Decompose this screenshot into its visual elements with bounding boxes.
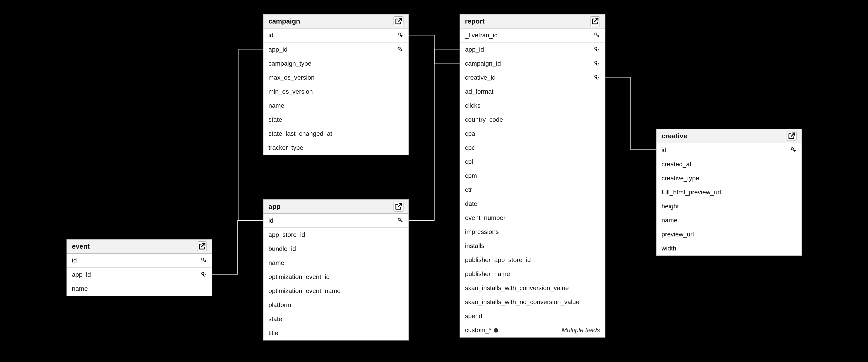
column-name: creative_id [465,74,496,81]
table-title: creative [661,132,687,140]
table-row: optimization_event_id [264,270,408,284]
table-title: campaign [269,18,300,25]
table-row: id [67,253,212,268]
column-name: publisher_name [465,270,510,278]
table-row: name [264,256,408,270]
column-name: min_os_version [269,88,313,95]
table-row: max_os_version [264,70,408,85]
column-name: max_os_version [269,74,315,81]
table-title: app [269,203,280,210]
column-name: id [269,217,273,224]
column-name: cpm [465,172,477,179]
column-name: name [269,259,284,267]
table-row: custom_*Multiple fields [460,323,605,337]
primary-key-icon [790,147,797,153]
primary-key-icon [397,217,403,224]
column-name: event_number [465,214,505,221]
column-name: name [72,285,88,292]
table-row: name [264,99,408,113]
table-row: app_store_id [264,228,408,242]
primary-key-icon [397,32,403,38]
table-row: width [656,241,802,255]
table-row: preview_url [656,228,802,241]
open-external-icon[interactable] [394,16,403,26]
table-row: state [264,312,408,326]
table-row: full_html_preview_url [656,185,802,199]
table-row: clicks [460,99,605,113]
table-row: campaign_id [460,57,605,70]
table-creative: creativeidcreated_atcreative_typefull_ht… [656,129,802,256]
table-row: cpi [460,155,605,169]
column-name: cpc [465,144,475,151]
table-header: report [460,14,605,29]
column-name: ctr [465,186,472,193]
column-name: app_id [269,46,287,53]
column-name: id [269,32,273,39]
open-external-icon[interactable] [590,16,600,26]
table-row: _fivetran_id [460,29,605,42]
table-row: ctr [460,183,605,197]
table-row: name [67,282,212,296]
column-name: bundle_id [269,245,296,252]
table-row: app_id [460,42,605,57]
table-row: creative_id [460,70,605,85]
primary-key-icon [200,257,207,264]
table-row: creative_type [656,171,802,185]
table-row: tracker_type [264,141,408,155]
table-row: name [656,213,802,228]
table-row: event_number [460,211,605,225]
column-name: ad_format [465,88,494,95]
column-name: state [269,315,282,323]
table-row: created_at [656,157,802,171]
column-name: created_at [661,161,691,168]
table-row: skan_installs_with_conversion_value [460,281,605,295]
table-row: publisher_app_store_id [460,253,605,267]
foreign-key-icon [200,272,207,278]
column-name: platform [269,301,291,309]
column-name: custom_* [465,327,491,334]
column-name: impressions [465,228,499,236]
table-row: skan_installs_with_no_conversion_value [460,295,605,309]
table-row: min_os_version [264,85,408,99]
table-event: eventidapp_idname [66,239,212,296]
table-row: app_id [67,268,212,282]
table-row: id [264,29,408,42]
table-header: event [67,240,212,253]
table-report: report_fivetran_idapp_idcampaign_idcreat… [460,14,606,338]
column-name: date [465,200,477,208]
table-title: event [72,243,90,250]
svg-rect-11 [496,329,496,329]
column-name: skan_installs_with_no_conversion_value [465,298,580,306]
open-external-icon[interactable] [197,241,207,251]
column-name: name [661,217,677,224]
open-external-icon[interactable] [394,202,403,212]
table-header: app [264,200,408,214]
column-name: title [269,329,278,337]
table-campaign: campaignidapp_idcampaign_typemax_os_vers… [263,14,409,155]
table-row: platform [264,298,408,312]
column-name: country_code [465,116,503,123]
table-row: date [460,197,605,211]
table-header: campaign [264,14,408,29]
table-row: campaign_type [264,57,408,70]
table-row: optimization_event_name [264,284,408,298]
table-row: id [264,214,408,228]
foreign-key-icon [397,47,403,53]
column-name: height [661,203,679,210]
column-note: Multiple fields [558,327,600,334]
table-row: title [264,326,408,340]
column-name: preview_url [661,231,694,238]
table-row: ad_format [460,85,605,99]
table-header: creative [656,129,802,143]
column-name: app_id [465,46,484,53]
column-name: id [661,146,666,154]
info-icon[interactable] [493,327,499,333]
column-name: width [661,245,676,252]
open-external-icon[interactable] [786,131,797,141]
table-row: height [656,199,802,213]
column-name: name [269,102,284,109]
column-name: id [72,257,77,264]
svg-rect-10 [496,330,496,332]
column-name: clicks [465,102,480,109]
table-row: state [264,113,408,127]
